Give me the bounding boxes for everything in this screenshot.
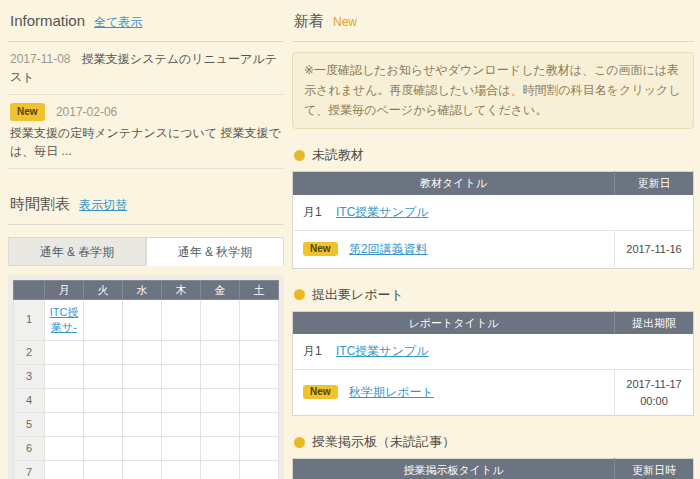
timetable-row: 1ITC授業サ-	[14, 300, 279, 341]
day-header-wed: 水	[123, 281, 162, 300]
section-heading-label: 未読教材	[312, 146, 364, 164]
timetable-row: 4	[14, 389, 279, 413]
course-link[interactable]: ITC授業サンプル	[336, 344, 428, 358]
timetable: 月 火 水 木 金 土 1ITC授業サ-234567他ITC授業サンプル	[13, 280, 279, 479]
display-toggle-link[interactable]: 表示切替	[79, 197, 127, 214]
section-heading-label: 授業掲示板（未読記事）	[312, 433, 455, 451]
news-body: 授業支援の定時メンテナンスについて 授業支援では、毎日 ...	[10, 124, 282, 160]
timetable-cell	[45, 389, 84, 413]
timetable-cell	[162, 461, 201, 479]
period-label: 5	[14, 413, 45, 437]
news-item: 2017-11-08 授業支援システムのリニューアルテスト	[8, 42, 284, 95]
timetable-row: 2	[14, 341, 279, 365]
bulletin-board-table: 授業掲示板タイトル 更新日時 月1 ITC授業サンプル New 発表の感想 20…	[292, 458, 694, 479]
news-date: 2017-11-08	[10, 52, 71, 66]
timetable-section: 時間割表 表示切替 通年 & 春学期 通年 & 秋学期 月 火 水 木	[8, 191, 284, 479]
timetable-course-link[interactable]: ITC授業サ-	[50, 306, 79, 333]
timetable-cell	[240, 389, 279, 413]
timetable-cell	[84, 389, 123, 413]
column-header-deadline: 提出期限	[615, 311, 694, 334]
day-header-mon: 月	[45, 281, 84, 300]
course-period: 月1	[303, 205, 322, 219]
timetable-cell	[84, 413, 123, 437]
timetable-day-header-row: 月 火 水 木 金 土	[14, 281, 279, 300]
timetable-cell	[162, 413, 201, 437]
left-column: Information 全て表示 2017-11-08 授業支援システムのリニュ…	[8, 8, 284, 479]
timetable-cell	[201, 389, 240, 413]
day-header-sat: 土	[240, 281, 279, 300]
timetable-cell	[240, 413, 279, 437]
timetable-row: 3	[14, 365, 279, 389]
timetable-cell	[123, 461, 162, 479]
timetable-cell	[240, 365, 279, 389]
timetable-cell	[123, 365, 162, 389]
timetable-cell	[240, 461, 279, 479]
whats-new-title: 新着	[294, 12, 324, 31]
timetable-cell	[162, 300, 201, 341]
semester-tabs: 通年 & 春学期 通年 & 秋学期	[8, 237, 284, 266]
day-header-fri: 金	[201, 281, 240, 300]
course-row: 月1 ITC授業サンプル	[293, 334, 694, 370]
timetable-cell	[84, 365, 123, 389]
news-date: 2017-02-06	[56, 105, 117, 119]
timetable-cell	[45, 437, 84, 461]
notice-box: ※一度確認したお知らせやダウンロードした教材は、この画面には表示されません。再度…	[292, 52, 694, 129]
course-row: 月1 ITC授業サンプル	[293, 195, 694, 231]
information-title: Information	[10, 12, 85, 29]
timetable-cell	[201, 300, 240, 341]
section-heading-bulletin-board: 授業掲示板（未読記事）	[294, 433, 694, 451]
information-header: Information 全て表示	[8, 8, 284, 42]
item-row: New 第2回講義資料 2017-11-16	[293, 230, 694, 268]
whats-new-header: 新着 New	[292, 8, 694, 42]
timetable-row: 5	[14, 413, 279, 437]
section-heading-reports-due: 提出要レポート	[294, 286, 694, 304]
column-header-update-datetime: 更新日時	[615, 459, 694, 479]
timetable-cell	[162, 341, 201, 365]
timetable-cell	[162, 437, 201, 461]
timetable-cell	[201, 461, 240, 479]
item-date: 2017-11-17 00:00	[615, 370, 694, 416]
item-row: New 秋学期レポート 2017-11-17 00:00	[293, 370, 694, 416]
tab-fall-semester[interactable]: 通年 & 秋学期	[146, 237, 284, 266]
section-heading-unread-materials: 未読教材	[294, 146, 694, 164]
new-badge: New	[303, 242, 338, 256]
timetable-cell	[84, 461, 123, 479]
timetable-body: 1ITC授業サ-234567他ITC授業サンプル	[14, 300, 279, 479]
bullet-icon	[294, 150, 305, 161]
column-header-report-title: レポートタイトル	[293, 311, 615, 334]
course-link[interactable]: ITC授業サンプル	[336, 205, 428, 219]
bullet-icon	[294, 437, 305, 448]
timetable-cell	[84, 437, 123, 461]
course-period: 月1	[303, 344, 322, 358]
timetable-cell	[201, 365, 240, 389]
period-label: 3	[14, 365, 45, 389]
timetable-cell	[45, 413, 84, 437]
timetable-cell	[84, 341, 123, 365]
timetable-cell	[123, 341, 162, 365]
day-header-tue: 火	[84, 281, 123, 300]
reports-due-table: レポートタイトル 提出期限 月1 ITC授業サンプル New 秋学期レポート 2…	[292, 311, 694, 417]
timetable-cell	[240, 300, 279, 341]
material-link[interactable]: 第2回講義資料	[349, 242, 428, 256]
timetable-wrapper: 月 火 水 木 金 土 1ITC授業サ-234567他ITC授業サンプル	[8, 275, 284, 479]
period-label: 1	[14, 300, 45, 341]
column-header-material-title: 教材タイトル	[293, 172, 615, 195]
whats-new-subtitle: New	[333, 15, 357, 29]
news-item: New 2017-02-06 授業支援の定時メンテナンスについて 授業支援では、…	[8, 95, 284, 169]
timetable-cell	[45, 341, 84, 365]
timetable-cell	[123, 389, 162, 413]
timetable-cell	[123, 437, 162, 461]
report-link[interactable]: 秋学期レポート	[349, 385, 434, 399]
column-header-update-date: 更新日	[615, 172, 694, 195]
timetable-row: 6	[14, 437, 279, 461]
timetable-cell	[84, 300, 123, 341]
timetable-cell	[201, 413, 240, 437]
column-header-bulletin-title: 授業掲示板タイトル	[293, 459, 615, 479]
timetable-cell	[162, 389, 201, 413]
timetable-cell	[45, 461, 84, 479]
show-all-link[interactable]: 全て表示	[94, 14, 142, 31]
timetable-corner-cell	[14, 281, 45, 300]
period-label: 2	[14, 341, 45, 365]
tab-spring-semester[interactable]: 通年 & 春学期	[8, 237, 146, 266]
period-label: 4	[14, 389, 45, 413]
